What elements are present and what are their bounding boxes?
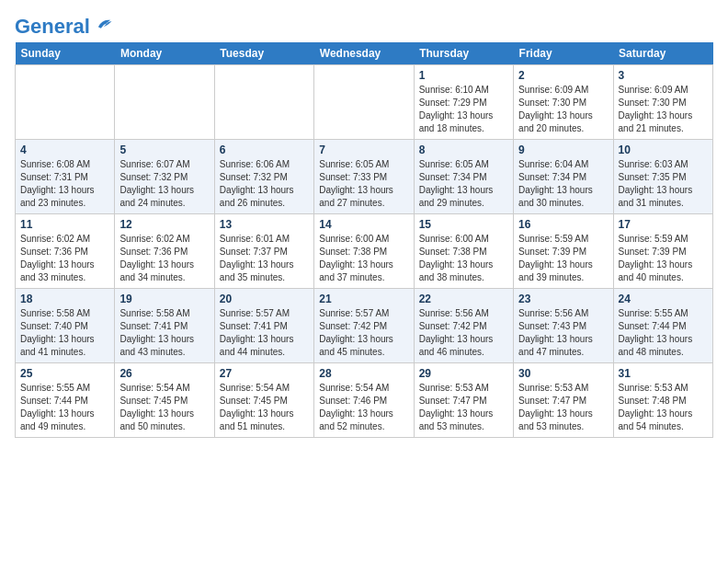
calendar-cell: 5Sunrise: 6:07 AM Sunset: 7:32 PM Daylig… [115,140,214,214]
calendar-cell: 27Sunrise: 5:54 AM Sunset: 7:45 PM Dayli… [214,363,313,438]
day-number: 10 [619,144,708,156]
day-info: Sunrise: 5:57 AM Sunset: 7:42 PM Dayligh… [319,307,408,359]
day-number: 18 [20,293,109,305]
page-header: General [15,15,713,35]
calendar-cell: 25Sunrise: 5:55 AM Sunset: 7:44 PM Dayli… [16,363,115,438]
week-row-4: 18Sunrise: 5:58 AM Sunset: 7:40 PM Dayli… [16,289,713,363]
logo-text: General [15,16,90,38]
day-info: Sunrise: 6:10 AM Sunset: 7:29 PM Dayligh… [419,84,508,135]
col-header-wednesday: Wednesday [314,42,414,65]
day-number: 27 [220,367,309,380]
day-info: Sunrise: 5:53 AM Sunset: 7:47 PM Dayligh… [419,382,508,433]
col-header-monday: Monday [115,42,214,65]
day-number: 4 [20,144,109,156]
day-number: 12 [119,218,209,231]
calendar-cell: 16Sunrise: 5:59 AM Sunset: 7:39 PM Dayli… [514,214,613,289]
col-header-thursday: Thursday [414,42,513,65]
col-header-tuesday: Tuesday [214,42,313,65]
calendar-cell: 8Sunrise: 6:05 AM Sunset: 7:34 PM Daylig… [414,140,513,214]
calendar-cell: 20Sunrise: 5:57 AM Sunset: 7:41 PM Dayli… [214,289,313,363]
calendar-cell: 10Sunrise: 6:03 AM Sunset: 7:35 PM Dayli… [613,140,712,214]
day-number: 26 [119,367,209,380]
day-info: Sunrise: 6:04 AM Sunset: 7:34 PM Dayligh… [518,158,608,210]
day-number: 2 [518,69,608,82]
day-number: 1 [419,69,508,82]
day-number: 6 [220,144,309,156]
day-number: 23 [518,293,608,305]
day-info: Sunrise: 6:02 AM Sunset: 7:36 PM Dayligh… [119,233,209,284]
day-number: 19 [119,293,209,305]
day-info: Sunrise: 5:56 AM Sunset: 7:42 PM Dayligh… [419,307,508,359]
header-row: SundayMondayTuesdayWednesdayThursdayFrid… [16,42,713,65]
calendar-cell: 13Sunrise: 6:01 AM Sunset: 7:37 PM Dayli… [214,214,313,289]
day-number: 22 [419,293,508,305]
calendar-cell: 17Sunrise: 5:59 AM Sunset: 7:39 PM Dayli… [613,214,712,289]
calendar-cell: 30Sunrise: 5:53 AM Sunset: 7:47 PM Dayli… [514,363,613,438]
day-number: 11 [20,218,109,231]
day-number: 15 [419,218,508,231]
calendar-cell: 28Sunrise: 5:54 AM Sunset: 7:46 PM Dayli… [314,363,414,438]
day-number: 24 [619,293,708,305]
logo: General [15,15,113,35]
day-info: Sunrise: 5:59 AM Sunset: 7:39 PM Dayligh… [518,233,608,284]
day-number: 8 [419,144,508,156]
calendar-cell: 24Sunrise: 5:55 AM Sunset: 7:44 PM Dayli… [613,289,712,363]
col-header-sunday: Sunday [16,42,115,65]
day-info: Sunrise: 6:05 AM Sunset: 7:34 PM Dayligh… [419,158,508,210]
calendar-cell: 19Sunrise: 5:58 AM Sunset: 7:41 PM Dayli… [115,289,214,363]
logo-bird-icon [93,15,113,39]
day-number: 28 [319,367,408,380]
calendar-cell: 21Sunrise: 5:57 AM Sunset: 7:42 PM Dayli… [314,289,414,363]
calendar-cell: 6Sunrise: 6:06 AM Sunset: 7:32 PM Daylig… [214,140,313,214]
week-row-5: 25Sunrise: 5:55 AM Sunset: 7:44 PM Dayli… [16,363,713,438]
day-number: 31 [619,367,708,380]
calendar-cell: 14Sunrise: 6:00 AM Sunset: 7:38 PM Dayli… [314,214,414,289]
day-info: Sunrise: 5:54 AM Sunset: 7:45 PM Dayligh… [119,382,209,433]
day-info: Sunrise: 5:55 AM Sunset: 7:44 PM Dayligh… [619,307,708,359]
day-info: Sunrise: 5:56 AM Sunset: 7:43 PM Dayligh… [518,307,608,359]
day-info: Sunrise: 6:03 AM Sunset: 7:35 PM Dayligh… [619,158,708,210]
calendar-cell: 18Sunrise: 5:58 AM Sunset: 7:40 PM Dayli… [16,289,115,363]
day-info: Sunrise: 6:06 AM Sunset: 7:32 PM Dayligh… [220,158,309,210]
week-row-1: 1Sunrise: 6:10 AM Sunset: 7:29 PM Daylig… [16,65,713,140]
calendar-cell [115,65,214,140]
calendar-table: SundayMondayTuesdayWednesdayThursdayFrid… [15,42,713,438]
calendar-cell: 29Sunrise: 5:53 AM Sunset: 7:47 PM Dayli… [414,363,513,438]
calendar-cell: 9Sunrise: 6:04 AM Sunset: 7:34 PM Daylig… [514,140,613,214]
day-info: Sunrise: 6:01 AM Sunset: 7:37 PM Dayligh… [220,233,309,284]
day-info: Sunrise: 6:09 AM Sunset: 7:30 PM Dayligh… [518,84,608,135]
day-info: Sunrise: 5:59 AM Sunset: 7:39 PM Dayligh… [619,233,708,284]
day-info: Sunrise: 5:54 AM Sunset: 7:45 PM Dayligh… [220,382,309,433]
calendar-cell [314,65,414,140]
calendar-cell: 22Sunrise: 5:56 AM Sunset: 7:42 PM Dayli… [414,289,513,363]
day-info: Sunrise: 5:58 AM Sunset: 7:41 PM Dayligh… [119,307,209,359]
day-number: 16 [518,218,608,231]
day-info: Sunrise: 6:08 AM Sunset: 7:31 PM Dayligh… [20,158,109,210]
col-header-saturday: Saturday [613,42,712,65]
day-number: 29 [419,367,508,380]
calendar-cell: 1Sunrise: 6:10 AM Sunset: 7:29 PM Daylig… [414,65,513,140]
day-number: 14 [319,218,408,231]
calendar-cell: 7Sunrise: 6:05 AM Sunset: 7:33 PM Daylig… [314,140,414,214]
day-number: 7 [319,144,408,156]
day-info: Sunrise: 6:00 AM Sunset: 7:38 PM Dayligh… [419,233,508,284]
calendar-cell: 11Sunrise: 6:02 AM Sunset: 7:36 PM Dayli… [16,214,115,289]
day-number: 30 [518,367,608,380]
day-info: Sunrise: 5:55 AM Sunset: 7:44 PM Dayligh… [20,382,109,433]
day-info: Sunrise: 5:53 AM Sunset: 7:48 PM Dayligh… [619,382,708,433]
calendar-cell: 26Sunrise: 5:54 AM Sunset: 7:45 PM Dayli… [115,363,214,438]
day-info: Sunrise: 5:57 AM Sunset: 7:41 PM Dayligh… [220,307,309,359]
calendar-cell: 23Sunrise: 5:56 AM Sunset: 7:43 PM Dayli… [514,289,613,363]
day-number: 9 [518,144,608,156]
week-row-2: 4Sunrise: 6:08 AM Sunset: 7:31 PM Daylig… [16,140,713,214]
calendar-cell: 2Sunrise: 6:09 AM Sunset: 7:30 PM Daylig… [514,65,613,140]
calendar-cell: 15Sunrise: 6:00 AM Sunset: 7:38 PM Dayli… [414,214,513,289]
day-info: Sunrise: 6:00 AM Sunset: 7:38 PM Dayligh… [319,233,408,284]
calendar-cell [214,65,313,140]
calendar-cell [16,65,115,140]
day-info: Sunrise: 5:53 AM Sunset: 7:47 PM Dayligh… [518,382,608,433]
day-info: Sunrise: 6:09 AM Sunset: 7:30 PM Dayligh… [619,84,708,135]
day-info: Sunrise: 5:58 AM Sunset: 7:40 PM Dayligh… [20,307,109,359]
day-number: 13 [220,218,309,231]
day-info: Sunrise: 5:54 AM Sunset: 7:46 PM Dayligh… [319,382,408,433]
